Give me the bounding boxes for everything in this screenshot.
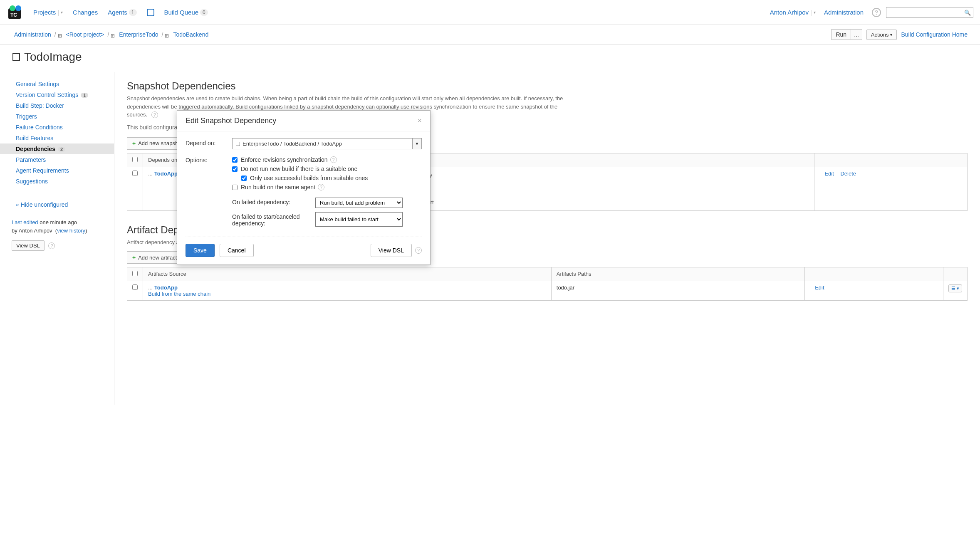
sidebar-item-failure[interactable]: Failure Conditions — [0, 122, 114, 133]
sidebar: General Settings Version Control Setting… — [0, 72, 114, 405]
teamcity-logo[interactable]: TC — [7, 4, 23, 21]
svg-point-2 — [15, 5, 21, 11]
col-artifacts-source: Artifacts Source — [143, 267, 552, 281]
project-icon — [58, 32, 63, 37]
project-icon — [165, 32, 170, 37]
actions-button[interactable]: Actions ▾ — [866, 30, 897, 40]
svg-point-1 — [10, 5, 15, 11]
sidebar-item-parameters[interactable]: Parameters — [0, 154, 114, 165]
options-label: Options: — [186, 155, 232, 163]
snapshot-title: Snapshot Dependencies — [127, 80, 968, 92]
last-edited-link[interactable]: Last edited — [12, 219, 38, 225]
dependency-link[interactable]: TodoApp — [154, 171, 178, 177]
svg-text:TC: TC — [10, 12, 17, 18]
sidebar-item-agent-req[interactable]: Agent Requirements — [0, 165, 114, 176]
config-icon — [12, 53, 20, 61]
edit-link[interactable]: Edit — [815, 284, 824, 291]
artifact-table: Artifacts Source Artifacts Paths ...Todo… — [127, 267, 968, 301]
crumb-administration[interactable]: Administration — [14, 31, 51, 38]
crumb-separator: / — [107, 31, 109, 38]
opt-norun-checkbox[interactable] — [232, 166, 238, 172]
sidebar-item-triggers[interactable]: Triggers — [0, 111, 114, 122]
last-edited-meta: Last edited one minute ago by Anton Arhi… — [12, 218, 102, 235]
delete-link[interactable]: Delete — [840, 171, 856, 177]
sidebar-nav: General Settings Version Control Setting… — [0, 79, 114, 210]
nav-changes[interactable]: Changes — [73, 9, 98, 16]
sidebar-item-general[interactable]: General Settings — [0, 79, 114, 89]
breadcrumb-bar: Administration / <Root project> / Enterp… — [0, 25, 980, 45]
opt-enforce-row[interactable]: Enforce revisions synchronization ? — [232, 155, 422, 164]
row-checkbox[interactable] — [132, 284, 138, 290]
select-all-checkbox[interactable] — [132, 271, 138, 276]
project-icon — [111, 32, 116, 37]
plus-icon: + — [132, 254, 136, 261]
nav-build-queue[interactable]: Build Queue0 — [164, 9, 208, 16]
chevron-down-icon: ▼ — [412, 138, 421, 149]
crumb-project[interactable]: EnterpriseTodo — [119, 31, 158, 38]
help-icon[interactable]: ? — [415, 247, 422, 254]
on-cancel-label: On failed to start/canceled dependency: — [232, 212, 315, 227]
help-icon[interactable]: ? — [48, 242, 55, 249]
run-dropdown[interactable]: ... — [851, 29, 862, 40]
opt-sameagent-row[interactable]: Run build on the same agent ? — [232, 183, 422, 192]
search-wrapper: 🔍 — [886, 7, 973, 18]
crumb-separator: / — [162, 31, 163, 38]
on-failed-label: On failed dependency: — [232, 198, 315, 208]
nav-toggle-icon[interactable] — [147, 9, 154, 16]
reorder-icon[interactable]: ☰ ▾ — [948, 284, 962, 292]
artifact-path: todo.jar — [551, 281, 804, 301]
depend-on-label: Depend on: — [186, 138, 232, 146]
build-config-home-link[interactable]: Build Configuration Home — [901, 31, 968, 38]
opt-enforce-checkbox[interactable] — [232, 157, 238, 163]
table-row: ...TodoApp Build from the same chain tod… — [127, 281, 968, 301]
same-chain-link[interactable]: Build from the same chain — [148, 291, 210, 297]
sidebar-hide-unconfigured[interactable]: « Hide unconfigured — [0, 199, 114, 210]
help-icon[interactable]: ? — [330, 156, 337, 163]
crumb-root[interactable]: <Root project> — [66, 31, 104, 38]
opt-success-checkbox[interactable] — [241, 176, 247, 181]
col-artifacts-paths: Artifacts Paths — [551, 267, 804, 281]
nav-agents[interactable]: Agents1 — [108, 9, 136, 16]
on-cancel-select[interactable]: Make build failed to start — [315, 212, 403, 227]
nav-user[interactable]: Anton Arhipov |▾ — [770, 9, 816, 16]
depend-on-select[interactable]: EnterpriseTodo / TodoBackend / TodoApp ▼ — [232, 138, 422, 149]
help-icon[interactable]: ? — [318, 184, 324, 190]
cancel-button[interactable]: Cancel — [220, 244, 254, 257]
artifact-source-link[interactable]: TodoApp — [154, 284, 178, 291]
view-history-link[interactable]: view history — [57, 227, 85, 234]
view-dsl-button[interactable]: View DSL — [12, 240, 45, 251]
crumb-subproject[interactable]: TodoBackend — [173, 31, 208, 38]
sidebar-item-features[interactable]: Build Features — [0, 133, 114, 143]
help-icon[interactable]: ? — [872, 8, 881, 17]
search-icon: 🔍 — [964, 9, 971, 15]
config-icon — [236, 142, 240, 146]
nav-projects[interactable]: Projects |▾ — [33, 9, 63, 16]
opt-success-row[interactable]: Only use successful builds from suitable… — [241, 173, 422, 183]
sidebar-item-dependencies[interactable]: Dependencies2 — [0, 143, 114, 154]
ellipsis-icon: ... — [148, 284, 153, 291]
plus-icon: + — [132, 140, 136, 147]
edit-link[interactable]: Edit — [824, 171, 834, 177]
page-title-row: TodoImage — [0, 45, 980, 72]
modal-title: Edit Snapshot Dependency — [186, 116, 276, 125]
page-title: TodoImage — [12, 50, 968, 64]
nav-administration[interactable]: Administration — [824, 9, 864, 16]
search-input[interactable] — [886, 7, 973, 18]
row-checkbox[interactable] — [132, 171, 138, 176]
crumb-separator: / — [54, 31, 56, 38]
sidebar-item-build-step[interactable]: Build Step: Docker — [0, 100, 114, 111]
run-button[interactable]: Run — [831, 29, 851, 40]
sidebar-item-vcs[interactable]: Version Control Settings1 — [0, 89, 114, 100]
opt-sameagent-checkbox[interactable] — [232, 185, 238, 190]
edit-snapshot-modal: Edit Snapshot Dependency × Depend on: En… — [177, 110, 431, 265]
sidebar-item-suggestions[interactable]: Suggestions — [0, 176, 114, 187]
on-failed-select[interactable]: Run build, but add problem — [315, 198, 403, 208]
opt-norun-row[interactable]: Do not run new build if there is a suita… — [232, 164, 422, 173]
help-icon[interactable]: ? — [151, 111, 158, 118]
close-icon[interactable]: × — [417, 116, 422, 125]
top-header: TC Projects |▾ Changes Agents1 Build Que… — [0, 0, 980, 25]
view-dsl-button[interactable]: View DSL — [371, 244, 412, 257]
save-button[interactable]: Save — [186, 244, 215, 257]
select-all-checkbox[interactable] — [132, 157, 138, 162]
ellipsis-icon: ... — [148, 171, 153, 177]
